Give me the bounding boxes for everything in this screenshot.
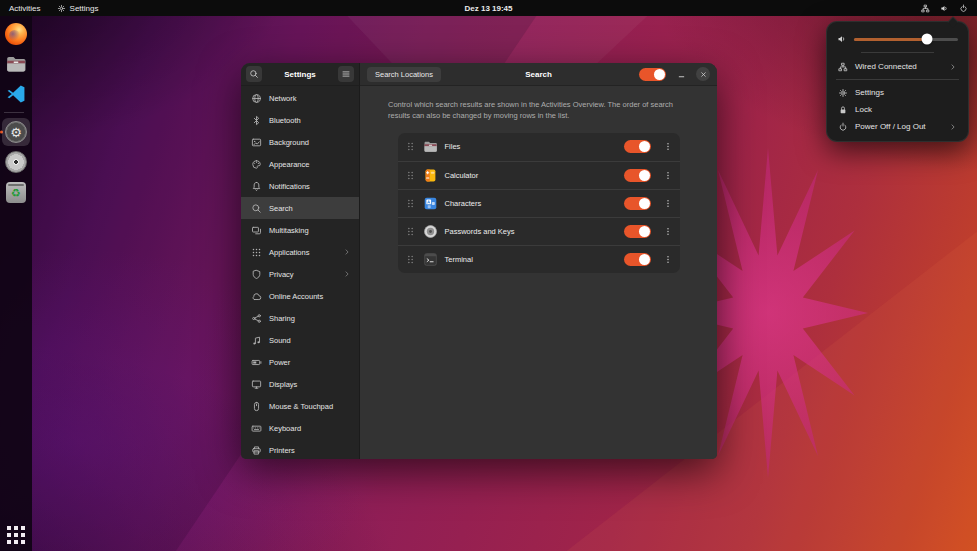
primary-menu-button[interactable] bbox=[338, 66, 354, 82]
search-row-toggle[interactable] bbox=[624, 140, 651, 153]
dock-item-vscode[interactable] bbox=[4, 82, 28, 106]
cloud-icon bbox=[251, 291, 262, 302]
sidebar-item-notifications[interactable]: Notifications bbox=[241, 175, 359, 197]
activities-button[interactable]: Activities bbox=[9, 4, 41, 13]
search-results-list: FilesCalculatorCharactersPasswords and K… bbox=[398, 133, 680, 273]
show-applications-button[interactable] bbox=[7, 526, 25, 544]
shield-icon bbox=[251, 269, 262, 280]
menu-item-wired-connected[interactable]: Wired Connected bbox=[833, 58, 962, 75]
search-row-toggle[interactable] bbox=[624, 225, 651, 238]
sidebar-item-background[interactable]: Background bbox=[241, 131, 359, 153]
globe-icon bbox=[251, 93, 262, 104]
dock-item-settings[interactable] bbox=[4, 120, 28, 144]
volume-slider-knob[interactable] bbox=[921, 34, 932, 45]
drag-handle-icon[interactable] bbox=[405, 253, 416, 266]
sidebar-item-search[interactable]: Search bbox=[241, 197, 359, 219]
sidebar-item-sound[interactable]: Sound bbox=[241, 329, 359, 351]
dock-item-media[interactable] bbox=[4, 150, 28, 174]
dock-item-firefox[interactable] bbox=[4, 22, 28, 46]
search-locations-button[interactable]: Search Locations bbox=[367, 67, 441, 82]
sidebar-item-label: Mouse & Touchpad bbox=[269, 402, 333, 411]
bell-icon bbox=[251, 181, 262, 192]
sidebar-item-applications[interactable]: Applications bbox=[241, 241, 359, 263]
firefox-icon bbox=[5, 23, 27, 45]
battery-icon bbox=[251, 357, 262, 368]
drag-handle-icon[interactable] bbox=[405, 225, 416, 238]
drag-handle-icon[interactable] bbox=[405, 197, 416, 210]
sidebar-item-online-accounts[interactable]: Online Accounts bbox=[241, 285, 359, 307]
top-bar: Activities Settings Dez 13 19:45 bbox=[0, 0, 977, 16]
kebab-menu-icon[interactable] bbox=[663, 140, 673, 153]
hamburger-icon bbox=[341, 69, 351, 79]
search-row-toggle[interactable] bbox=[624, 197, 651, 210]
drag-handle-icon[interactable] bbox=[405, 140, 416, 153]
sidebar-item-network[interactable]: Network bbox=[241, 87, 359, 109]
panel-search-button[interactable] bbox=[246, 66, 262, 82]
system-menu-popover: Wired ConnectedSettingsLockPower Off / L… bbox=[826, 21, 969, 142]
search-row-label: Calculator bbox=[445, 171, 479, 180]
printer-icon bbox=[251, 445, 262, 456]
sidebar-item-bluetooth[interactable]: Bluetooth bbox=[241, 109, 359, 131]
sidebar-item-label: Applications bbox=[269, 248, 309, 257]
sidebar-item-keyboard[interactable]: Keyboard bbox=[241, 417, 359, 439]
close-button[interactable] bbox=[696, 67, 710, 81]
search-icon bbox=[249, 69, 259, 79]
display-icon bbox=[251, 379, 262, 390]
search-panel: Control which search results are shown i… bbox=[360, 86, 717, 459]
search-master-toggle[interactable] bbox=[639, 68, 666, 81]
sidebar-item-multitasking[interactable]: Multitasking bbox=[241, 219, 359, 241]
kebab-menu-icon[interactable] bbox=[663, 253, 673, 266]
system-tray-menu-button[interactable] bbox=[921, 4, 968, 13]
sidebar-item-sharing[interactable]: Sharing bbox=[241, 307, 359, 329]
kebab-menu-icon[interactable] bbox=[663, 169, 673, 182]
search-row-toggle[interactable] bbox=[624, 253, 651, 266]
music-note-icon bbox=[251, 335, 262, 346]
minimize-button[interactable] bbox=[674, 67, 688, 81]
clock[interactable]: Dez 13 19:45 bbox=[464, 4, 512, 13]
settings-sidebar: NetworkBluetoothBackgroundAppearanceNoti… bbox=[241, 86, 360, 459]
lock-icon bbox=[838, 105, 848, 115]
kebab-menu-icon[interactable] bbox=[663, 225, 673, 238]
divider bbox=[861, 52, 934, 53]
sidebar-item-mouse-touchpad[interactable]: Mouse & Touchpad bbox=[241, 395, 359, 417]
menu-item-power-off-log-out[interactable]: Power Off / Log Out bbox=[833, 118, 962, 135]
trash-icon bbox=[6, 182, 26, 203]
sidebar-item-label: Background bbox=[269, 138, 309, 147]
sidebar-item-label: Network bbox=[269, 94, 297, 103]
sidebar-item-appearance[interactable]: Appearance bbox=[241, 153, 359, 175]
app-calculator-icon bbox=[423, 168, 438, 183]
search-row-toggle[interactable] bbox=[624, 169, 651, 182]
sidebar-item-displays[interactable]: Displays bbox=[241, 373, 359, 395]
chevron-right-icon bbox=[343, 270, 351, 278]
sidebar-item-privacy[interactable]: Privacy bbox=[241, 263, 359, 285]
sidebar-item-label: Sound bbox=[269, 336, 291, 345]
dock-item-files[interactable] bbox=[4, 52, 28, 76]
sidebar-item-label: Search bbox=[269, 204, 293, 213]
sidebar-item-label: Bluetooth bbox=[269, 116, 301, 125]
sidebar-item-printers[interactable]: Printers bbox=[241, 439, 359, 459]
dock-item-trash[interactable] bbox=[4, 180, 28, 204]
settings-gear-icon bbox=[5, 121, 27, 143]
sidebar-item-label: Appearance bbox=[269, 160, 309, 169]
search-description: Control which search results are shown i… bbox=[388, 99, 689, 122]
sidebar-item-label: Displays bbox=[269, 380, 297, 389]
multitask-icon bbox=[251, 225, 262, 236]
search-row-label: Characters bbox=[445, 199, 482, 208]
search-row-label: Files bbox=[445, 142, 461, 151]
volume-slider[interactable] bbox=[854, 38, 958, 41]
focused-app-menu[interactable]: Settings bbox=[57, 4, 99, 13]
search-icon bbox=[251, 203, 262, 214]
drag-handle-icon[interactable] bbox=[405, 169, 416, 182]
window-titlebar[interactable]: Settings Search Locations Search bbox=[241, 63, 717, 86]
content-headerbar: Search Locations Search bbox=[360, 63, 717, 86]
sidebar-item-power[interactable]: Power bbox=[241, 351, 359, 373]
settings-window: Settings Search Locations Search bbox=[241, 63, 717, 459]
divider bbox=[836, 79, 959, 80]
minimize-icon bbox=[677, 70, 686, 79]
window-title: Settings bbox=[266, 70, 334, 79]
menu-item-settings[interactable]: Settings bbox=[833, 84, 962, 101]
files-app-icon bbox=[5, 53, 27, 75]
sidebar-item-label: Online Accounts bbox=[269, 292, 323, 301]
menu-item-lock[interactable]: Lock bbox=[833, 101, 962, 118]
kebab-menu-icon[interactable] bbox=[663, 197, 673, 210]
